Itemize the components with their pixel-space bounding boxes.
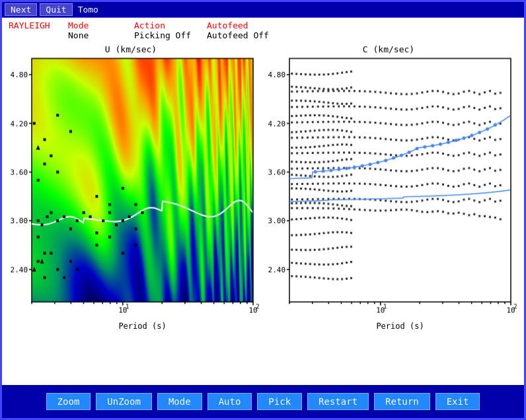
autofeed-header: Autofeed bbox=[207, 20, 280, 30]
mode-button[interactable]: Mode bbox=[157, 393, 202, 410]
autofeed-val: Autofeed Off bbox=[207, 30, 280, 40]
action-header: Action bbox=[134, 20, 207, 30]
pick-button[interactable]: Pick bbox=[257, 393, 302, 410]
rayleigh-label: RAYLEIGH bbox=[9, 20, 68, 30]
mode-header: Mode bbox=[68, 20, 134, 30]
auto-button[interactable]: Auto bbox=[207, 393, 252, 410]
restart-button[interactable]: Restart bbox=[307, 393, 369, 410]
quit-button[interactable]: Quit bbox=[40, 3, 72, 16]
main-charts-area bbox=[2, 42, 524, 332]
charts-wrapper: RAYLEIGH Mode Action Autofeed None Picki… bbox=[2, 18, 524, 385]
zoom-button[interactable]: Zoom bbox=[46, 393, 91, 410]
mode-val: None bbox=[68, 30, 134, 40]
exit-button[interactable]: Exit bbox=[435, 393, 480, 410]
action-val: Picking Off bbox=[134, 30, 207, 40]
title-bar: Next Quit Tomo bbox=[2, 2, 524, 18]
unzoom-button[interactable]: UnZoom bbox=[96, 393, 152, 410]
app-frame: Next Quit Tomo RAYLEIGH Mode Action Auto… bbox=[0, 0, 526, 420]
next-button[interactable]: Next bbox=[5, 3, 37, 16]
bottom-toolbar: Zoom UnZoom Mode Auto Pick Restart Retur… bbox=[2, 385, 524, 418]
right-chart bbox=[260, 42, 517, 332]
app-title: Tomo bbox=[78, 5, 98, 15]
header-area: RAYLEIGH Mode Action Autofeed None Picki… bbox=[2, 18, 524, 42]
return-button[interactable]: Return bbox=[374, 393, 430, 410]
left-chart bbox=[2, 42, 260, 332]
